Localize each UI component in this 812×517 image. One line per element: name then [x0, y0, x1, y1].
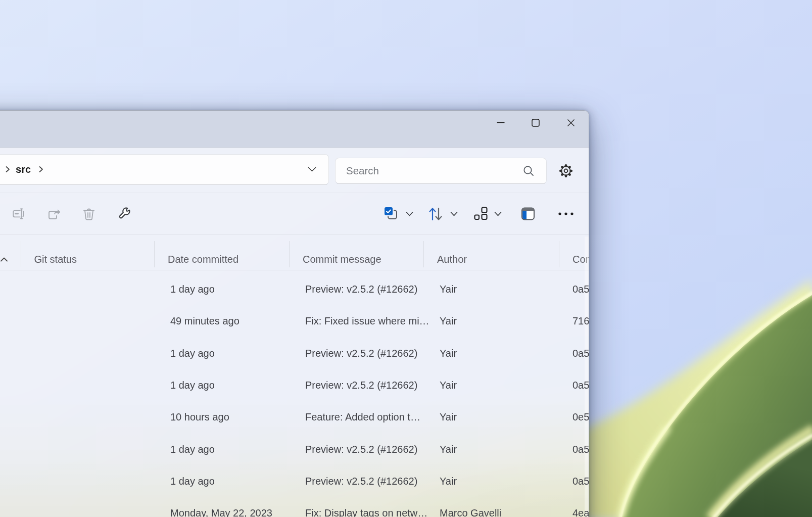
cell-name [0, 273, 21, 305]
table-row[interactable]: 1 day agoPreview: v2.5.2 (#12662)Yair0a5 [0, 369, 589, 401]
table-row[interactable]: 1 day agoPreview: v2.5.2 (#12662)Yair0a5 [0, 273, 589, 305]
cell-author: Yair [423, 465, 559, 497]
sort-icon [427, 206, 444, 221]
rename-icon [11, 206, 26, 221]
cell-author: Yair [423, 369, 559, 401]
cell-commit-message: Fix: Display tags on netw… [289, 497, 423, 517]
multiselect-icon [383, 206, 398, 221]
close-button[interactable] [553, 111, 589, 147]
more-options-button[interactable] [552, 200, 580, 228]
table-row[interactable]: 49 minutes agoFix: Fixed issue where mi…… [0, 305, 589, 337]
chevron-down-icon [406, 211, 413, 217]
cell-name [0, 497, 21, 517]
cell-git-status [21, 338, 155, 369]
cell-commit: 4ea [559, 497, 589, 517]
cell-commit: 0a5 [559, 273, 589, 305]
files-window: src [0, 110, 589, 517]
breadcrumb-chevron-icon [5, 166, 11, 173]
cell-date-committed: Monday, May 22, 2023 [154, 497, 289, 517]
cell-git-status [21, 465, 155, 497]
cell-commit: 0a5 [559, 433, 589, 465]
cell-author: Yair [423, 401, 559, 433]
cell-author: Marco Gavelli [423, 497, 559, 517]
desktop: src [0, 0, 812, 517]
column-header-date-committed[interactable]: Date committed [154, 237, 289, 270]
cell-author: Yair [423, 305, 559, 337]
rename-button[interactable] [4, 200, 32, 228]
cell-author: Yair [423, 338, 559, 369]
chevron-down-icon [450, 211, 458, 217]
column-header-git-status[interactable]: Git status [21, 237, 155, 270]
column-header-commit-message[interactable]: Commit message [289, 237, 423, 270]
breadcrumb-item-src[interactable]: src [16, 164, 31, 175]
delete-button[interactable] [75, 200, 103, 228]
settings-button[interactable] [554, 159, 578, 182]
wrench-icon [116, 205, 133, 222]
cell-commit-message: Feature: Added option t… [289, 401, 423, 433]
cell-commit: 0e5 [559, 401, 589, 433]
maximize-button[interactable] [518, 111, 553, 147]
cell-date-committed: 49 minutes ago [154, 305, 289, 337]
gear-icon [557, 162, 575, 179]
cell-date-committed: 10 hours ago [154, 401, 289, 433]
cell-commit-message: Preview: v2.5.2 (#12662) [289, 433, 423, 465]
cell-name [0, 401, 21, 433]
search-input[interactable] [336, 158, 522, 183]
cell-date-committed: 1 day ago [154, 433, 289, 465]
cell-commit: 0a5 [559, 465, 589, 497]
cell-date-committed: 1 day ago [154, 273, 289, 305]
cell-git-status [21, 497, 155, 517]
cell-commit-message: Preview: v2.5.2 (#12662) [289, 273, 423, 305]
cell-date-committed: 1 day ago [154, 338, 289, 369]
cell-commit-message: Fix: Fixed issue where mi… [289, 305, 423, 337]
panes-icon [521, 207, 535, 221]
share-button[interactable] [39, 200, 68, 228]
select-dropdown-button[interactable] [402, 200, 417, 228]
select-button[interactable] [376, 200, 405, 228]
cell-name [0, 465, 21, 497]
column-header-author[interactable]: Author [423, 237, 559, 270]
file-list: 1 day agoPreview: v2.5.2 (#12662)Yair0a5… [0, 273, 589, 517]
cell-git-status [21, 369, 155, 401]
tools-button[interactable] [110, 200, 138, 228]
cell-author: Yair [423, 433, 559, 465]
close-icon [567, 119, 575, 127]
cell-commit-message: Preview: v2.5.2 (#12662) [289, 369, 423, 401]
table-row[interactable]: 1 day agoPreview: v2.5.2 (#12662)Yair0a5 [0, 465, 589, 497]
group-dropdown-button[interactable] [490, 200, 505, 228]
sort-ascending-icon [1, 257, 8, 262]
cell-git-status [21, 305, 155, 337]
share-icon [46, 206, 61, 221]
minimize-icon [497, 119, 505, 127]
table-row[interactable]: 10 hours agoFeature: Added option t…Yair… [0, 401, 589, 433]
trash-icon [81, 206, 97, 221]
search-icon[interactable] [522, 165, 546, 177]
cell-author: Yair [423, 273, 559, 305]
cell-name [0, 369, 21, 401]
group-icon [473, 206, 488, 221]
cell-commit: 716 [559, 305, 589, 337]
column-header-name[interactable] [0, 237, 21, 270]
cell-name [0, 338, 21, 369]
panes-button[interactable] [514, 200, 542, 228]
breadcrumb: src [0, 164, 44, 175]
ellipsis-icon [557, 211, 575, 216]
address-bar[interactable]: src [0, 154, 329, 185]
search-box [335, 158, 547, 184]
address-dropdown-button[interactable] [308, 155, 316, 184]
sort-button[interactable] [421, 200, 450, 228]
cell-name [0, 433, 21, 465]
column-headers: Git status Date committed Commit message… [0, 237, 589, 271]
table-row[interactable]: 1 day agoPreview: v2.5.2 (#12662)Yair0a5 [0, 433, 589, 465]
minimize-button[interactable] [483, 111, 518, 147]
chevron-down-icon [494, 211, 502, 217]
table-row[interactable]: Monday, May 22, 2023Fix: Display tags on… [0, 497, 589, 517]
cell-commit: 0a5 [559, 338, 589, 369]
breadcrumb-chevron-icon [38, 166, 44, 173]
cell-date-committed: 1 day ago [154, 465, 289, 497]
table-row[interactable]: 1 day agoPreview: v2.5.2 (#12662)Yair0a5 [0, 338, 589, 369]
chevron-down-icon [308, 166, 316, 172]
cell-commit-message: Preview: v2.5.2 (#12662) [289, 465, 423, 497]
cell-git-status [21, 273, 155, 305]
sort-dropdown-button[interactable] [446, 200, 461, 228]
